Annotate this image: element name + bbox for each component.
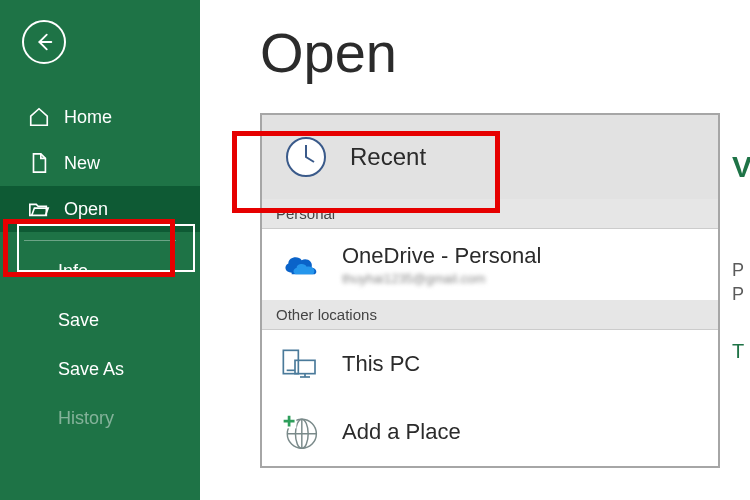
back-button[interactable] <box>22 20 66 64</box>
location-label: Add a Place <box>342 419 461 445</box>
peek-text: P <box>732 284 744 305</box>
page-title: Open <box>260 20 750 85</box>
nav-label: New <box>64 153 100 174</box>
right-panel-peek: V P P T <box>730 150 750 450</box>
peek-text: T <box>732 340 744 363</box>
nav-label: Open <box>64 199 108 220</box>
location-label: Recent <box>350 143 426 171</box>
peek-text: V <box>732 150 750 184</box>
nav-open[interactable]: Open <box>0 186 200 232</box>
add-place-icon <box>280 412 320 452</box>
location-add-place[interactable]: Add a Place <box>262 398 718 466</box>
main-panel: Open Recent Personal OneDrive - Personal <box>220 0 750 500</box>
nav-history: History <box>0 394 200 443</box>
arrow-left-icon <box>33 31 55 53</box>
folder-open-icon <box>28 198 50 220</box>
section-header-personal: Personal <box>262 199 718 229</box>
nav-save-as[interactable]: Save As <box>0 345 200 394</box>
document-icon <box>28 152 50 174</box>
location-label: OneDrive - Personal <box>342 243 541 269</box>
section-header-other: Other locations <box>262 300 718 330</box>
nav-label: Home <box>64 107 112 128</box>
nav-info[interactable]: Info <box>0 247 200 296</box>
locations-list: Recent Personal OneDrive - Personal thuy… <box>260 113 720 468</box>
nav-new[interactable]: New <box>0 140 200 186</box>
backstage-sidebar: Home New Open Info Save Save As History <box>0 0 200 500</box>
clock-icon <box>284 135 328 179</box>
nav-home[interactable]: Home <box>0 94 200 140</box>
sidebar-divider <box>24 240 176 241</box>
location-recent[interactable]: Recent <box>262 115 718 199</box>
home-icon <box>28 106 50 128</box>
location-text: OneDrive - Personal thuyhai1235@gmail.co… <box>342 243 541 286</box>
this-pc-icon <box>280 344 320 384</box>
location-label: This PC <box>342 351 420 377</box>
location-sublabel: thuyhai1235@gmail.com <box>342 271 541 286</box>
nav-save[interactable]: Save <box>0 296 200 345</box>
location-this-pc[interactable]: This PC <box>262 330 718 398</box>
location-onedrive[interactable]: OneDrive - Personal thuyhai1235@gmail.co… <box>262 229 718 300</box>
peek-text: P <box>732 260 744 281</box>
onedrive-icon <box>280 245 320 285</box>
